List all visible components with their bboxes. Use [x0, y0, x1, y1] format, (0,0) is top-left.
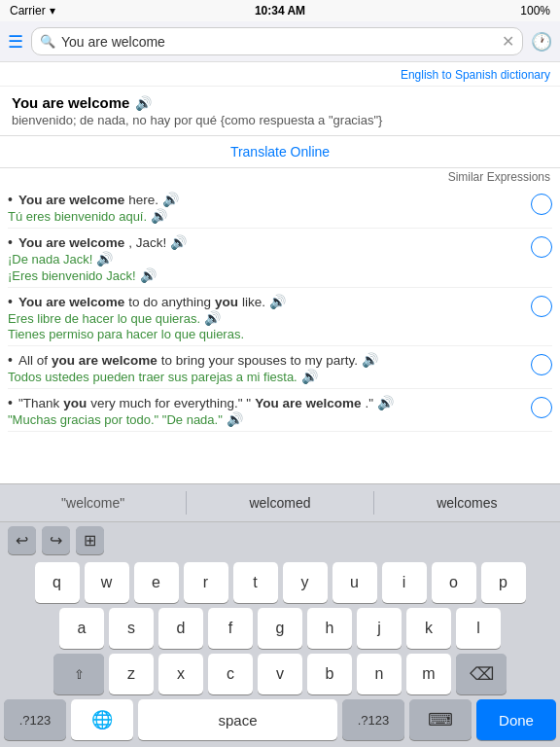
expr-content-1: • You are welcome here. 🔊 Tú eres bienve… — [8, 192, 531, 224]
key-m[interactable]: m — [406, 654, 451, 694]
key-i[interactable]: i — [382, 562, 427, 603]
numbers-key[interactable]: .?123 — [4, 699, 66, 740]
key-a[interactable]: a — [59, 608, 104, 649]
speaker-icon[interactable]: 🔊 — [170, 234, 187, 250]
select-circle-2[interactable] — [531, 236, 552, 258]
speaker-icon[interactable]: 🔊 — [204, 310, 221, 326]
key-w[interactable]: w — [85, 562, 129, 603]
key-y[interactable]: y — [283, 562, 328, 603]
expr-en-rest: ." — [365, 396, 373, 410]
speaker-icon[interactable]: 🔊 — [151, 208, 167, 224]
autocomplete-item-3[interactable]: welcomes — [374, 491, 560, 515]
dict-link-text[interactable]: English to Spanish dictionary — [401, 68, 550, 82]
key-o[interactable]: o — [432, 562, 476, 603]
expr-en-bold: You are welcome — [18, 235, 124, 250]
speaker-icon[interactable]: 🔊 — [140, 267, 157, 283]
expr-es-text2: ¡Eres bienvenido Jack! — [8, 268, 136, 283]
speaker-icon[interactable]: 🔊 — [162, 192, 179, 207]
key-l[interactable]: l — [456, 608, 501, 649]
speaker-icon[interactable]: 🔊 — [377, 395, 394, 410]
key-row-3: ⇧ z x c v b n m ⌫ — [4, 654, 556, 694]
expr-en-4: • All of you are welcome to bring your s… — [8, 352, 531, 368]
utility-bar: ↩ ↪ ⊞ — [0, 522, 560, 558]
numbers-key-right[interactable]: .?123 — [342, 699, 404, 740]
select-circle-1[interactable] — [531, 194, 552, 215]
result-translation: bienvenido; de nada, no hay por qué {com… — [12, 113, 548, 127]
translate-online-button[interactable]: Translate Online — [230, 144, 330, 160]
time-label: 10:34 AM — [255, 4, 305, 18]
key-z[interactable]: z — [109, 654, 154, 694]
key-b[interactable]: b — [307, 654, 352, 694]
carrier-label: Carrier — [10, 4, 46, 18]
key-x[interactable]: x — [158, 654, 203, 694]
globe-key[interactable]: 🌐 — [71, 699, 133, 740]
search-bar: ☰ 🔍 You are welcome ✕ 🕐 — [0, 21, 560, 62]
redo-button[interactable]: ↪ — [42, 526, 70, 554]
expr-content-5: • "Thank you very much for everything." … — [8, 395, 531, 427]
expr-es-2b: ¡Eres bienvenido Jack! 🔊 — [8, 267, 531, 283]
expr-content-2: • You are welcome , Jack! 🔊 ¡De nada Jac… — [8, 234, 531, 283]
speaker-icon[interactable]: 🔊 — [301, 369, 318, 384]
key-t[interactable]: t — [233, 562, 278, 603]
speaker-icon[interactable]: 🔊 — [96, 251, 113, 267]
expressions-list: • You are welcome here. 🔊 Tú eres bienve… — [0, 186, 560, 468]
key-s[interactable]: s — [109, 608, 154, 649]
key-p[interactable]: p — [481, 562, 526, 603]
search-input[interactable]: You are welcome — [61, 34, 496, 50]
speaker-icon[interactable]: 🔊 — [269, 294, 286, 309]
expr-es-2a: ¡De nada Jack! 🔊 — [8, 251, 531, 267]
key-e[interactable]: e — [134, 562, 179, 603]
key-r[interactable]: r — [184, 562, 228, 603]
result-term: You are welcome — [12, 94, 129, 111]
expr-content-4: • All of you are welcome to bring your s… — [8, 352, 531, 384]
key-n[interactable]: n — [357, 654, 402, 694]
clear-button[interactable]: ✕ — [502, 32, 514, 51]
key-g[interactable]: g — [258, 608, 302, 649]
key-d[interactable]: d — [158, 608, 203, 649]
expr-en-rest2: like. — [242, 295, 265, 309]
list-item: • "Thank you very much for everything." … — [8, 389, 552, 432]
speaker-icon-main[interactable]: 🔊 — [135, 95, 152, 111]
undo-button[interactable]: ↩ — [8, 526, 36, 554]
key-j[interactable]: j — [357, 608, 402, 649]
expr-en-bold2: you — [215, 295, 238, 309]
expr-es-text2: Tienes permiso para hacer lo que quieras… — [8, 327, 244, 341]
copy-button[interactable]: ⊞ — [76, 526, 104, 554]
key-v[interactable]: v — [258, 654, 302, 694]
battery-label: 100% — [520, 4, 550, 18]
search-icon: 🔍 — [40, 34, 55, 49]
autocomplete-item-2[interactable]: welcomed — [187, 491, 372, 515]
key-q[interactable]: q — [35, 562, 80, 603]
key-row-2: a s d f g h j k l — [4, 608, 556, 649]
expr-en-rest: to bring your spouses to my party. — [161, 353, 358, 368]
backspace-key[interactable]: ⌫ — [456, 654, 507, 694]
select-circle-3[interactable] — [531, 296, 552, 317]
space-key[interactable]: space — [138, 699, 337, 740]
key-u[interactable]: u — [332, 562, 377, 603]
key-k[interactable]: k — [406, 608, 451, 649]
bullet: • — [8, 395, 13, 410]
key-f[interactable]: f — [208, 608, 253, 649]
list-item: • You are welcome , Jack! 🔊 ¡De nada Jac… — [8, 229, 552, 288]
similar-label: Similar Expressions — [0, 168, 560, 186]
key-c[interactable]: c — [208, 654, 253, 694]
select-circle-5[interactable] — [531, 397, 552, 418]
speaker-icon[interactable]: 🔊 — [227, 411, 243, 427]
expr-es-text: Eres libre de hacer lo que quieras. — [8, 311, 200, 326]
shift-key[interactable]: ⇧ — [53, 654, 104, 694]
list-item: • You are welcome here. 🔊 Tú eres bienve… — [8, 186, 552, 229]
key-h[interactable]: h — [307, 608, 352, 649]
autocomplete-bar: "welcome" welcomed welcomes — [0, 483, 560, 522]
speaker-icon[interactable]: 🔊 — [362, 352, 378, 368]
autocomplete-item-1[interactable]: "welcome" — [0, 491, 186, 515]
keyboard-hide-key[interactable]: ⌨ — [409, 699, 472, 740]
expr-en-bold: you are welcome — [52, 353, 158, 368]
expr-es-3a: Eres libre de hacer lo que quieras. 🔊 — [8, 310, 531, 326]
expr-es-text: "Muchas gracias por todo." "De nada." — [8, 412, 223, 427]
clock-icon[interactable]: 🕐 — [531, 31, 552, 53]
hamburger-icon[interactable]: ☰ — [8, 31, 23, 53]
expr-en-pre: All of — [18, 353, 48, 368]
bullet: • — [8, 294, 13, 309]
done-key[interactable]: Done — [476, 699, 556, 740]
select-circle-4[interactable] — [531, 354, 552, 375]
